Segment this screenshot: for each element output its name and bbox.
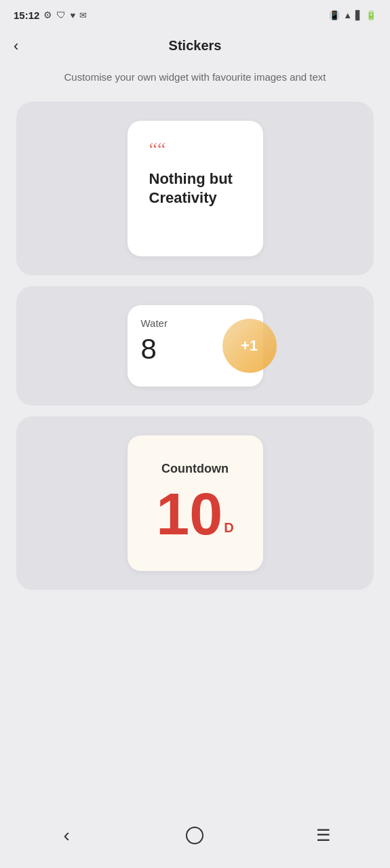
mail-icon: ✉ — [79, 10, 87, 20]
subtitle-text: Customise your own widget with favourite… — [0, 64, 390, 102]
countdown-card-wrapper: Countdown 10 D — [16, 416, 374, 590]
countdown-number-row: 10 D — [156, 484, 233, 544]
gear-icon: ⚙ — [43, 9, 52, 20]
cards-container: ““ Nothing but Creativity Water 8 +1 Cou… — [0, 102, 390, 809]
water-button-label: +1 — [241, 337, 258, 355]
header: ‹ Stickers — [0, 27, 390, 64]
status-time: 15:12 — [14, 9, 39, 21]
water-card-wrapper: Water 8 +1 — [16, 286, 374, 406]
wifi-icon: ▲ — [343, 10, 352, 20]
status-left: 15:12 ⚙ 🛡 ♥ ✉ — [14, 9, 87, 21]
water-increment-button[interactable]: +1 — [222, 319, 277, 373]
heart-icon: ♥ — [70, 10, 75, 20]
back-button[interactable]: ‹ — [14, 37, 18, 55]
nav-back-button[interactable]: ‹ — [53, 822, 80, 849]
quote-card-wrapper: ““ Nothing but Creativity — [16, 102, 374, 275]
page-title: Stickers — [169, 38, 222, 54]
quote-mark-icon: ““ — [149, 140, 166, 159]
countdown-number: 10 — [156, 484, 222, 544]
nav-menu-button[interactable]: ☰ — [310, 822, 337, 849]
water-widget[interactable]: Water 8 +1 — [128, 305, 263, 387]
status-right: 📳 ▲ ▋ 🔋 — [329, 10, 376, 20]
water-button-wrapper: +1 — [222, 319, 277, 373]
status-bar: 15:12 ⚙ 🛡 ♥ ✉ 📳 ▲ ▋ 🔋 — [0, 0, 390, 27]
countdown-widget[interactable]: Countdown 10 D — [128, 435, 263, 571]
countdown-label: Countdown — [161, 462, 229, 476]
nav-home-button[interactable] — [186, 827, 203, 844]
vibrate-icon: 📳 — [329, 10, 340, 20]
shield-check-icon: 🛡 — [56, 9, 66, 20]
quote-text: Nothing but Creativity — [149, 170, 241, 208]
signal-icon: ▋ — [355, 10, 362, 20]
bottom-nav: ‹ ☰ — [0, 808, 390, 868]
countdown-unit: D — [224, 520, 233, 536]
quote-widget[interactable]: ““ Nothing but Creativity — [128, 121, 263, 256]
battery-icon: 🔋 — [366, 10, 376, 20]
